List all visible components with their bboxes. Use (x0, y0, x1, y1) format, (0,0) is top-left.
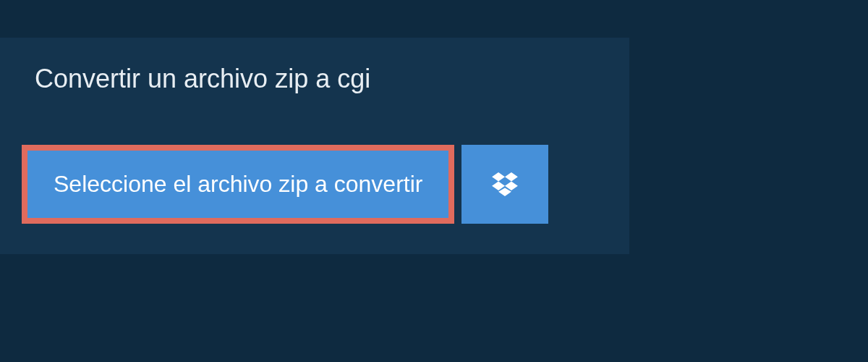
select-file-button[interactable]: Seleccione el archivo zip a convertir (22, 145, 454, 224)
dropbox-button[interactable] (461, 145, 548, 224)
action-row: Seleccione el archivo zip a convertir (0, 122, 629, 254)
converter-panel: Convertir un archivo zip a cgi Seleccion… (0, 38, 629, 254)
panel-header: Convertir un archivo zip a cgi (0, 38, 629, 122)
title-container: Convertir un archivo zip a cgi (0, 38, 408, 122)
page-title: Convertir un archivo zip a cgi (17, 51, 388, 109)
select-file-label: Seleccione el archivo zip a convertir (54, 171, 422, 198)
dropbox-icon (492, 172, 518, 197)
